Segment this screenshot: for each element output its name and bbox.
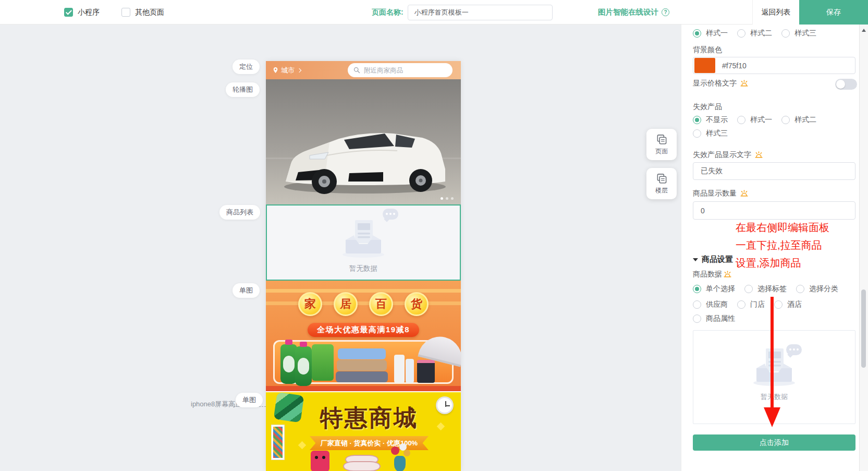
radio-style-1[interactable]: 样式一 bbox=[693, 29, 728, 38]
product-data-row-2: 供应商 门店 酒店 bbox=[693, 300, 855, 309]
banner-discount-pill: 全场大优惠最高满19减8 bbox=[308, 323, 419, 337]
carousel-component[interactable] bbox=[266, 79, 461, 204]
flower bbox=[391, 446, 399, 455]
radio-select-category[interactable]: 选择分类 bbox=[796, 284, 838, 294]
pages-icon bbox=[656, 134, 668, 146]
siren-icon bbox=[723, 270, 732, 279]
radio-select-tag[interactable]: 选择标签 bbox=[744, 284, 787, 294]
diamond-deco bbox=[298, 441, 307, 450]
empty-data-text: 暂无数据 bbox=[761, 392, 788, 402]
click-to-add-button[interactable]: 点击添加 bbox=[693, 434, 855, 451]
siren-icon bbox=[740, 79, 749, 88]
radio-invalid-style-3[interactable]: 样式三 bbox=[693, 129, 728, 138]
empty-inbox-icon bbox=[339, 219, 387, 258]
display-count-label: 商品显示数量 bbox=[693, 189, 855, 198]
radio-style-3[interactable]: 样式三 bbox=[781, 29, 816, 38]
show-price-toggle[interactable] bbox=[835, 79, 857, 90]
radio-invalid-style-2[interactable]: 样式二 bbox=[781, 115, 816, 125]
other-pages-label: 其他页面 bbox=[135, 8, 164, 17]
color-value: #f75f10 bbox=[722, 62, 747, 70]
color-swatch[interactable] bbox=[694, 58, 715, 73]
bg-color-field[interactable]: #f75f10 bbox=[693, 57, 855, 74]
gift-box bbox=[417, 360, 435, 383]
pillow-image bbox=[274, 392, 304, 422]
scrollbar-thumb[interactable] bbox=[861, 289, 866, 368]
radio-style-2[interactable]: 样式二 bbox=[737, 29, 772, 38]
style-radio-group: 样式一 样式二 样式三 bbox=[693, 29, 855, 38]
invalid-text-label: 失效产品显示文字 bbox=[693, 150, 855, 160]
display-count-input[interactable] bbox=[693, 201, 855, 220]
page-name-input[interactable] bbox=[408, 5, 553, 20]
picture-frame bbox=[271, 425, 285, 460]
editor-app: 小程序 其他页面 页面名称: 图片智能在线设计 ? 返回列表 保存 定位 轮播图… bbox=[0, 0, 868, 471]
carousel-car-image bbox=[266, 79, 461, 204]
floors-icon bbox=[656, 173, 668, 185]
save-button[interactable]: 保存 bbox=[799, 0, 868, 25]
invalid-radio-row-2: 样式三 bbox=[693, 129, 855, 138]
radio-hotel[interactable]: 酒店 bbox=[774, 300, 802, 309]
page-name-group: 页面名称: bbox=[372, 0, 553, 25]
single-image-component-1[interactable]: 家 居 百 货 全场大优惠最高满19减8 bbox=[266, 281, 461, 391]
single-image-component-2[interactable]: 特惠商城 厂家直销 · 货真价实 · 优惠100% bbox=[266, 392, 461, 471]
banner-coin-row: 家 居 百 货 bbox=[266, 292, 461, 316]
floor-button-label: 楼层 bbox=[655, 186, 668, 195]
radio-single-select[interactable]: 单个选择 bbox=[693, 284, 735, 294]
radio-supplier[interactable]: 供应商 bbox=[693, 300, 728, 309]
search-icon bbox=[353, 66, 361, 74]
coin-char: 货 bbox=[405, 292, 429, 316]
city-label: 城市 bbox=[281, 66, 295, 75]
page-panel-button[interactable]: 页面 bbox=[646, 129, 677, 160]
coin-char: 家 bbox=[298, 292, 322, 316]
scroll-up-arrow-icon[interactable] bbox=[862, 29, 866, 32]
mini-program-checkbox[interactable] bbox=[64, 8, 73, 17]
collapse-triangle-icon bbox=[693, 258, 698, 261]
clock-image bbox=[436, 396, 454, 414]
detergent-bottle bbox=[295, 346, 312, 386]
red-annotation: 在最右侧即编辑面板 一直下拉,拉至商品 设置,添加商品 bbox=[736, 219, 859, 272]
flower-vase bbox=[394, 456, 406, 471]
radio-store[interactable]: 门店 bbox=[737, 300, 765, 309]
chat-bubble-icon bbox=[383, 209, 398, 220]
bowl-stack bbox=[343, 461, 381, 471]
label-position: 定位 bbox=[233, 59, 260, 74]
radio-product-attribute[interactable]: 商品属性 bbox=[693, 314, 735, 323]
page-type-checkboxes: 小程序 其他页面 bbox=[64, 0, 164, 25]
search-input[interactable] bbox=[364, 67, 442, 74]
label-carousel: 轮播图 bbox=[226, 82, 260, 97]
towel-stack bbox=[338, 348, 386, 359]
flower bbox=[404, 450, 410, 456]
help-icon[interactable]: ? bbox=[662, 8, 669, 16]
settings-panel: 样式一 样式二 样式三 背景颜色 #f75f10 显示价格文字 失效产品 不显示… bbox=[681, 25, 859, 471]
phone-preview: 城市 bbox=[266, 61, 461, 471]
city-selector[interactable]: 城市 bbox=[272, 61, 301, 79]
top-toolbar: 小程序 其他页面 页面名称: 图片智能在线设计 ? 返回列表 保存 bbox=[0, 0, 868, 25]
empty-data-text: 暂无数据 bbox=[349, 264, 377, 273]
label-product-list: 商品列表 bbox=[219, 205, 260, 220]
invalid-product-label: 失效产品 bbox=[693, 102, 855, 112]
invalid-radio-row-1: 不显示 样式一 样式二 bbox=[693, 115, 855, 125]
radio-invalid-style-1[interactable]: 样式一 bbox=[737, 115, 772, 125]
location-component[interactable]: 城市 bbox=[266, 61, 461, 79]
label-single-image-1: 单图 bbox=[233, 283, 260, 298]
floor-panel-button[interactable]: 楼层 bbox=[646, 168, 677, 199]
product-list-component-selected[interactable]: 暂无数据 bbox=[266, 204, 461, 281]
siren-icon bbox=[740, 189, 749, 198]
mini-program-label: 小程序 bbox=[78, 8, 100, 17]
radio-invalid-hide[interactable]: 不显示 bbox=[693, 115, 728, 125]
invalid-text-input[interactable] bbox=[693, 162, 855, 180]
other-pages-checkbox[interactable] bbox=[121, 8, 130, 17]
detergent-bag bbox=[312, 344, 334, 381]
show-price-label: 显示价格文字 bbox=[693, 79, 855, 88]
back-to-list-button[interactable]: 返回列表 bbox=[752, 0, 799, 25]
towel-stack bbox=[337, 360, 387, 371]
carousel-dots bbox=[441, 197, 454, 200]
smart-design-link[interactable]: 图片智能在线设计 ? bbox=[598, 0, 669, 25]
toothpaste-tube bbox=[406, 359, 414, 383]
search-bar[interactable] bbox=[348, 63, 453, 77]
diamond-deco bbox=[437, 422, 445, 431]
banner-ribbon: 厂家直销 · 货真价实 · 优惠100% bbox=[310, 436, 429, 450]
siren-icon bbox=[754, 151, 763, 160]
location-pin-icon bbox=[272, 67, 279, 74]
panel-scrollbar[interactable] bbox=[859, 25, 868, 471]
product-data-row-3: 商品属性 bbox=[693, 314, 855, 323]
